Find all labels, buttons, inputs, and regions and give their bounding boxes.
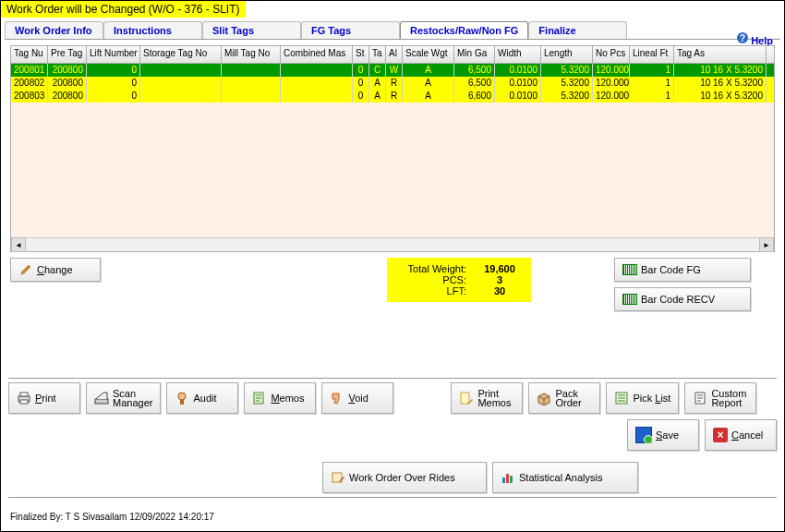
cell	[222, 90, 281, 103]
tab-work-order-info[interactable]: Work Order Info	[5, 21, 103, 39]
cell	[281, 64, 353, 77]
print-memos-button[interactable]: PrintMemos	[451, 382, 523, 414]
col-header[interactable]: Mill Tag No	[222, 46, 281, 63]
cell	[222, 64, 281, 77]
cell: 0	[87, 77, 140, 90]
overrides-icon	[331, 470, 345, 485]
svg-rect-15	[510, 476, 513, 483]
col-header[interactable]: Width	[495, 46, 541, 63]
window-title: Work Order will be Changed (W/O - 376 - …	[1, 1, 246, 18]
barcode-icon	[622, 294, 637, 305]
svg-text:?: ?	[740, 33, 745, 43]
horizontal-scrollbar[interactable]: ◄ ►	[11, 237, 774, 251]
cell: 0	[353, 77, 369, 90]
tab-restocks-raw-non-fg[interactable]: Restocks/Raw/Non FG	[400, 21, 528, 39]
scan-manager-button[interactable]: ScanManager	[86, 382, 161, 414]
totals-row: PCS:3	[402, 274, 516, 285]
col-header[interactable]: Storage Tag No	[140, 46, 222, 63]
table-row[interactable]: 20080220080000ARA6,5000.01005.3200120.00…	[11, 77, 774, 90]
custom-report-button[interactable]: CustomReport	[684, 382, 756, 414]
cell: 0.0100	[495, 77, 541, 90]
change-label: hange	[44, 264, 73, 275]
cell: 6,500	[454, 77, 495, 90]
col-header[interactable]: Lift Number	[87, 46, 140, 63]
pick-list-button[interactable]: Pick List	[606, 382, 679, 414]
col-header[interactable]: Combined Mas	[281, 46, 353, 63]
print-button[interactable]: Print	[8, 382, 80, 414]
cell: 1	[630, 77, 674, 90]
svg-rect-14	[506, 474, 509, 483]
cell	[281, 77, 353, 90]
cell: 5.3200	[541, 64, 593, 77]
scroll-right-arrow[interactable]: ►	[759, 237, 774, 252]
help-link[interactable]: ? Help	[736, 30, 773, 46]
cell	[140, 64, 222, 77]
cell: 200802	[11, 77, 48, 90]
pack-order-button[interactable]: PackOrder	[528, 382, 600, 414]
svg-rect-7	[180, 400, 184, 405]
memos-button[interactable]: Memos	[244, 382, 316, 414]
col-header[interactable]: Min Ga	[454, 46, 495, 63]
col-header[interactable]: Tag Nu	[11, 46, 48, 63]
col-header[interactable]: Al	[386, 46, 403, 63]
svg-rect-9	[461, 393, 469, 404]
barcode-recv-button[interactable]: Bar Code RECV	[614, 287, 751, 311]
save-button[interactable]: Save	[627, 419, 699, 451]
change-button[interactable]: Change	[10, 258, 101, 282]
table-row[interactable]: 20080120080000CWA6,5000.01005.3200120.00…	[11, 64, 774, 77]
cell	[281, 90, 353, 103]
cell: 1	[630, 64, 674, 77]
cancel-button[interactable]: × Cancel	[705, 419, 777, 451]
cell: C	[369, 64, 386, 77]
statistical-analysis-button[interactable]: Statistical Analysis	[492, 462, 638, 493]
cell: R	[386, 90, 403, 103]
cell: W	[386, 64, 403, 77]
cell: 10 16 X 5.3200	[674, 64, 767, 77]
col-header[interactable]: Scale Wgt	[403, 46, 454, 63]
cell: A	[369, 90, 386, 103]
cell: 5.3200	[541, 90, 593, 103]
cell: 0	[87, 90, 140, 103]
save-disk-icon	[635, 427, 652, 443]
audit-button[interactable]: Audit	[166, 382, 238, 414]
col-header[interactable]: Tag As	[674, 46, 767, 63]
cell: 10 16 X 5.3200	[674, 77, 767, 90]
cell: 200803	[11, 90, 48, 103]
tab-strip: Work Order InfoInstructionsSlit TagsFG T…	[5, 21, 780, 40]
cancel-x-icon: ×	[713, 428, 728, 442]
col-header[interactable]: St	[353, 46, 369, 63]
tab-instructions[interactable]: Instructions	[103, 21, 202, 39]
barcode-fg-button[interactable]: Bar Code FG	[614, 258, 751, 282]
wo-overrides-button[interactable]: Work Order Over Rides	[322, 462, 487, 493]
scanner-icon	[94, 391, 109, 405]
package-icon	[537, 391, 551, 405]
totals-row: LFT:30	[402, 285, 516, 296]
svg-rect-3	[20, 393, 28, 396]
cell: 0	[87, 64, 140, 77]
cell: A	[403, 77, 454, 90]
scroll-left-arrow[interactable]: ◄	[11, 237, 26, 252]
tab-slit-tags[interactable]: Slit Tags	[202, 21, 301, 39]
totals-panel: Total Weight:19,600PCS:3LFT:30	[387, 258, 531, 302]
cell: 10 16 X 5.3200	[674, 90, 767, 103]
cell: 120.0000	[593, 90, 630, 103]
tab-finalize[interactable]: Finalize	[528, 21, 627, 39]
svg-rect-13	[502, 478, 505, 483]
col-header[interactable]: Lineal Ft	[630, 46, 674, 63]
col-header[interactable]: No Pcs	[593, 46, 630, 63]
cell: 0.0100	[495, 90, 541, 103]
void-button[interactable]: Void	[321, 382, 393, 414]
col-header[interactable]: Pre Tag	[48, 46, 87, 63]
svg-rect-4	[20, 400, 28, 404]
cell: 6,500	[454, 64, 495, 77]
table-row[interactable]: 20080320080000ARA6,6000.01005.3200120.00…	[11, 90, 774, 103]
report-icon	[693, 391, 707, 405]
status-text: Finalized By: T S Sivasailam 12/09/2022 …	[10, 512, 214, 522]
cell	[222, 77, 281, 90]
col-header[interactable]: Length	[541, 46, 593, 63]
cell: 0.0100	[495, 64, 541, 77]
col-header[interactable]: Ta	[369, 46, 386, 63]
data-grid[interactable]: Tag NuPre TagLift NumberStorage Tag NoMi…	[10, 45, 775, 252]
printer-icon	[17, 391, 31, 405]
tab-fg-tags[interactable]: FG Tags	[301, 21, 400, 39]
